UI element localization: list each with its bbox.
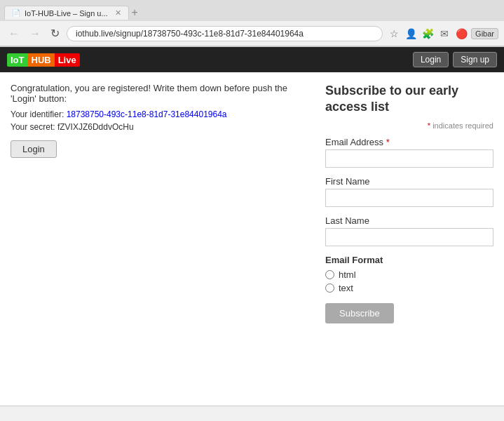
main-content: Congratulation, you are registered! Writ… — [0, 72, 504, 334]
first-name-group: First Name — [325, 176, 493, 207]
mail-icon[interactable]: ✉ — [437, 27, 451, 41]
identifier-row: Your identifier: 18738750-493c-11e8-81d7… — [11, 109, 311, 119]
last-name-input[interactable] — [325, 228, 493, 246]
subscribe-title: Subscribe to our early access list — [325, 83, 493, 116]
active-tab[interactable]: 📄 IoT-HUB-Live – Sign u... ✕ — [4, 6, 129, 20]
profile-icon[interactable]: 👤 — [404, 27, 418, 41]
logo-iot: IoT — [7, 53, 28, 67]
email-address-group: Email Address * — [325, 137, 493, 168]
first-name-input[interactable] — [325, 189, 493, 207]
email-input[interactable] — [325, 149, 493, 168]
app-header: IoT HUB Live Login Sign up — [0, 47, 504, 72]
bookmark-icon[interactable]: ☆ — [387, 27, 401, 41]
subscribe-button[interactable]: Subscribe — [325, 303, 394, 323]
logo: IoT HUB Live — [7, 53, 80, 67]
congratulation-message: Congratulation, you are registered! Writ… — [11, 83, 311, 104]
login-nav-button[interactable]: Login — [413, 52, 449, 67]
email-format-label: Email Format — [325, 255, 493, 265]
browser-chrome: 📄 IoT-HUB-Live – Sign u... ✕ + ← → ↻ ☆ 👤… — [0, 0, 504, 47]
required-note: * indicates required — [325, 121, 493, 130]
format-html-radio[interactable] — [325, 270, 334, 279]
reload-button[interactable]: ↻ — [48, 25, 62, 41]
logo-hub: HUB — [28, 53, 55, 67]
required-note-text: indicates required — [433, 121, 493, 130]
email-required-star: * — [386, 137, 390, 147]
bottom-bar — [0, 406, 504, 421]
logo-live: Live — [55, 53, 80, 67]
identifier-label: Your identifier: — [11, 109, 64, 119]
format-text-radio[interactable] — [325, 283, 334, 293]
email-label: Email Address * — [325, 137, 493, 147]
login-button[interactable]: Login — [11, 140, 57, 158]
secret-value: fZVIXJZ6DddvOcHu — [57, 122, 134, 132]
back-button[interactable]: ← — [6, 26, 22, 41]
forward-button[interactable]: → — [27, 26, 43, 41]
left-section: Congratulation, you are registered! Writ… — [11, 83, 311, 323]
identifier-value: 18738750-493c-11e8-81d7-31e84401964a — [67, 109, 227, 119]
tab-icon: 📄 — [12, 9, 20, 17]
address-bar: ← → ↻ ☆ 👤 🧩 ✉ 🔴 Gibar — [0, 21, 504, 46]
format-html-option[interactable]: html — [325, 269, 493, 280]
gibar-label[interactable]: Gibar — [471, 28, 498, 39]
extensions-icon[interactable]: 🧩 — [421, 27, 435, 41]
last-name-label: Last Name — [325, 215, 493, 226]
format-text-label: text — [339, 283, 353, 293]
signup-nav-button[interactable]: Sign up — [453, 52, 497, 67]
last-name-group: Last Name — [325, 215, 493, 246]
required-star: * — [428, 121, 430, 130]
format-text-option[interactable]: text — [325, 283, 493, 293]
header-buttons: Login Sign up — [413, 52, 497, 67]
format-html-label: html — [339, 269, 356, 280]
new-tab-button[interactable]: + — [132, 7, 138, 18]
tab-title: IoT-HUB-Live – Sign u... — [25, 9, 108, 18]
secret-label: Your secret: — [11, 122, 55, 132]
tab-close-button[interactable]: ✕ — [115, 8, 121, 18]
warning-icon[interactable]: 🔴 — [454, 27, 468, 41]
address-bar-icons: ☆ 👤 🧩 ✉ 🔴 Gibar — [387, 27, 498, 41]
email-format-radio-group: html text — [325, 269, 493, 293]
url-input[interactable] — [67, 26, 383, 41]
secret-row: Your secret: fZVIXJZ6DddvOcHu — [11, 122, 311, 132]
subscribe-section: Subscribe to our early access list * ind… — [325, 83, 493, 323]
tab-bar: 📄 IoT-HUB-Live – Sign u... ✕ + — [0, 0, 504, 21]
first-name-label: First Name — [325, 176, 493, 187]
